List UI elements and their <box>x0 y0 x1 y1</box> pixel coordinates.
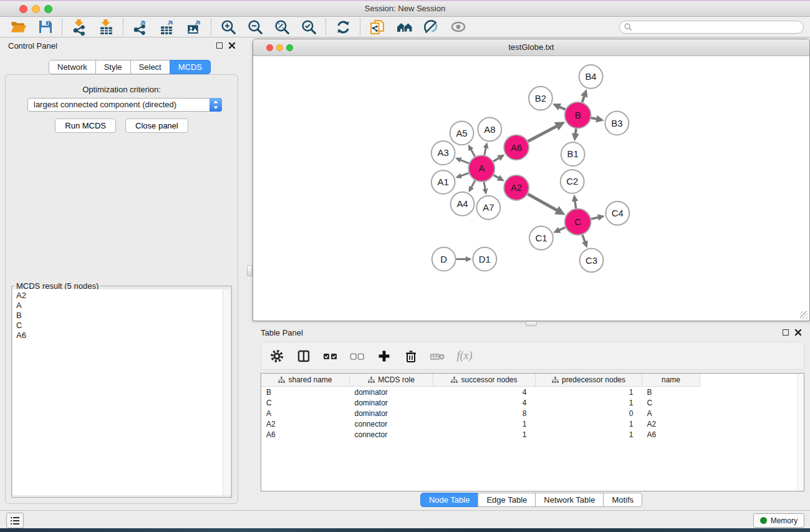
mcds-result-item[interactable]: A6 <box>16 331 220 341</box>
graph-node-B1[interactable]: B1 <box>561 142 585 166</box>
edge-A-A6[interactable] <box>493 155 504 162</box>
mcds-result-item[interactable]: C <box>16 321 220 331</box>
table-cell[interactable]: dominator <box>350 387 433 398</box>
column-layout-button[interactable] <box>296 349 311 364</box>
close-panel-button[interactable]: Close panel <box>125 118 188 133</box>
visual-styles-button[interactable] <box>418 17 445 37</box>
graph-node-C1[interactable]: C1 <box>529 226 553 250</box>
edge-C-C4[interactable] <box>591 215 605 221</box>
resize-grip-icon[interactable] <box>800 311 808 319</box>
table-cell[interactable]: A <box>642 408 700 418</box>
column-header-predecessor-nodes[interactable]: predecessor nodes <box>536 374 642 387</box>
network-close-button[interactable] <box>266 44 273 51</box>
table-cell[interactable]: A <box>261 408 350 418</box>
graph-node-A3[interactable]: A3 <box>432 141 455 165</box>
show-hide-panels-button[interactable] <box>445 17 471 37</box>
home-button[interactable] <box>391 17 418 37</box>
zoom-fit-button[interactable] <box>269 17 296 37</box>
table-cell[interactable]: 4 <box>433 397 536 408</box>
edge-A-A2[interactable] <box>494 175 504 181</box>
table-cell[interactable]: dominator <box>350 408 433 418</box>
table-cell[interactable]: A2 <box>261 418 350 429</box>
graph-node-B[interactable]: B <box>565 102 591 128</box>
graph-node-A8[interactable]: A8 <box>478 118 501 142</box>
close-panel-icon[interactable] <box>794 329 802 336</box>
edge-C-C3[interactable] <box>582 235 588 248</box>
edge-B-B3[interactable] <box>591 115 604 123</box>
tab-network[interactable]: Network <box>49 60 96 74</box>
column-header-shared-name[interactable]: shared name <box>261 374 350 387</box>
mcds-result-item[interactable]: B <box>16 311 220 321</box>
table-settings-button[interactable] <box>269 349 284 364</box>
graph-node-A2[interactable]: A2 <box>504 175 529 200</box>
edge-A6-B[interactable] <box>528 122 566 141</box>
edge-D-D1[interactable] <box>456 256 472 262</box>
graph-node-C3[interactable]: C3 <box>580 249 604 273</box>
column-header-successor-nodes[interactable]: successor nodes <box>433 374 536 387</box>
maximize-window-button[interactable] <box>44 5 52 13</box>
select-all-button[interactable] <box>323 349 338 364</box>
tab-edge-table[interactable]: Edge Table <box>478 493 536 507</box>
table-cell[interactable]: 1 <box>536 418 642 429</box>
run-mcds-button[interactable]: Run MCDS <box>55 118 116 133</box>
edge-B-B2[interactable] <box>552 104 566 110</box>
table-cell[interactable]: C <box>261 397 350 408</box>
memory-button[interactable]: Memory <box>753 513 804 528</box>
table-cell[interactable]: 1 <box>536 429 642 440</box>
graph-node-A4[interactable]: A4 <box>451 192 475 216</box>
import-table-button[interactable] <box>93 17 120 37</box>
float-panel-icon[interactable] <box>216 42 223 49</box>
mcds-result-item[interactable]: A2 <box>16 291 220 301</box>
table-cell[interactable]: B <box>261 387 350 398</box>
network-canvas[interactable]: AA1A2A3A4A5A6A7A8BB1B2B3B4CC1C2C3C4DD1 <box>254 56 809 320</box>
network-maximize-button[interactable] <box>286 44 293 51</box>
combobox-stepper-icon[interactable] <box>210 98 222 112</box>
optimization-select[interactable]: largest connected component (directed) <box>27 98 222 112</box>
table-cell[interactable]: 8 <box>433 408 536 418</box>
mcds-result-item[interactable]: A <box>16 301 220 311</box>
graph-node-A6[interactable]: A6 <box>504 135 529 160</box>
graph-node-A[interactable]: A <box>468 155 494 181</box>
tab-style[interactable]: Style <box>95 60 131 74</box>
graph-node-A5[interactable]: A5 <box>450 122 474 145</box>
table-row[interactable]: Adominator80A <box>261 408 700 418</box>
float-panel-icon[interactable] <box>783 329 789 336</box>
edge-A-A5[interactable] <box>468 145 475 157</box>
result-scrollbar[interactable] <box>223 289 230 495</box>
edge-B-B4[interactable] <box>581 89 587 102</box>
table-cell[interactable]: A6 <box>642 429 700 440</box>
edge-A-A7[interactable] <box>483 182 488 195</box>
table-cell[interactable]: A2 <box>642 418 700 429</box>
refresh-button[interactable] <box>330 17 357 37</box>
edge-A-A4[interactable] <box>469 180 475 192</box>
deselect-all-button[interactable] <box>350 349 365 364</box>
search-input[interactable] <box>619 21 804 34</box>
open-session-button[interactable] <box>5 17 32 37</box>
graph-node-A1[interactable]: A1 <box>432 170 455 194</box>
minimize-window-button[interactable] <box>32 5 40 13</box>
graph-node-D[interactable]: D <box>432 248 456 271</box>
graph-node-A7[interactable]: A7 <box>476 196 500 220</box>
export-image-button[interactable] <box>181 17 208 37</box>
task-history-button[interactable] <box>6 513 24 528</box>
edge-C-C1[interactable] <box>553 227 566 233</box>
zoom-in-button[interactable] <box>215 17 242 37</box>
edge-A-A1[interactable] <box>455 173 468 178</box>
table-cell[interactable]: 4 <box>433 387 536 398</box>
export-table-button[interactable] <box>154 17 181 37</box>
table-row[interactable]: A2connector11A2 <box>261 418 700 429</box>
table-row[interactable]: Bdominator41B <box>261 387 700 398</box>
table-cell[interactable]: 0 <box>536 408 642 418</box>
vertical-splitter-handle[interactable] <box>247 265 253 276</box>
import-network-button[interactable] <box>66 17 93 37</box>
close-window-button[interactable] <box>19 5 27 13</box>
edge-A2-C[interactable] <box>528 194 565 215</box>
column-header-MCDS-role[interactable]: MCDS role <box>350 374 433 387</box>
graph-node-C2[interactable]: C2 <box>561 170 584 193</box>
edge-A-A3[interactable] <box>455 158 469 163</box>
table-cell[interactable]: 1 <box>536 397 642 408</box>
table-cell[interactable]: 1 <box>433 418 536 429</box>
table-cell[interactable]: connector <box>350 418 433 429</box>
graph-node-B4[interactable]: B4 <box>579 65 603 89</box>
tab-network-table[interactable]: Network Table <box>535 493 604 507</box>
